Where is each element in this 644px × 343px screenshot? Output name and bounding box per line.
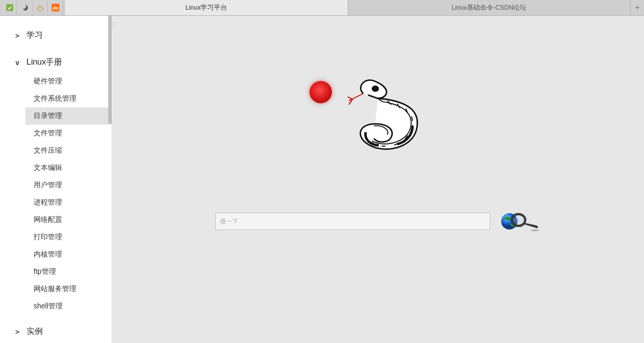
nav-label-study: 学习	[26, 30, 43, 41]
nav-section-linux-manual[interactable]: v Linux手册	[15, 52, 111, 73]
nav-item-kernel[interactable]: 内核管理	[30, 246, 111, 263]
favicon-3[interactable]	[33, 0, 48, 15]
favicon-row: do	[0, 0, 65, 15]
nav-item-network[interactable]: 网络配置	[30, 211, 111, 228]
nav-subitems-linux: 硬件管理 文件系统管理 目录管理 文件管理 文件压缩 文本编辑 用户管理 进程管…	[15, 73, 111, 315]
tab-active-label: Linux学习平台	[185, 4, 227, 12]
svg-point-5	[375, 88, 377, 89]
svg-text:do: do	[52, 6, 58, 11]
nav-item-website[interactable]: 网站服务管理	[30, 280, 111, 298]
nav-item-hardware[interactable]: 硬件管理	[30, 73, 111, 90]
main-panel: :	[111, 16, 644, 343]
tab-inactive[interactable]: Linux基础命令-CSDN论坛	[348, 0, 631, 15]
nav-section-examples[interactable]: > 实例	[15, 321, 111, 342]
nav-label-linux-manual: Linux手册	[26, 57, 62, 68]
nav-section-study[interactable]: > 学习	[15, 25, 111, 46]
red-dot-icon	[310, 81, 332, 103]
tab-active[interactable]: Linux学习平台	[65, 0, 348, 15]
favicon-1[interactable]	[2, 0, 17, 15]
svg-rect-0	[6, 4, 13, 11]
tab-add-button[interactable]: +	[631, 0, 644, 15]
nav-item-process[interactable]: 进程管理	[30, 194, 111, 211]
favicon-4[interactable]: do	[48, 0, 63, 15]
search-row	[215, 209, 540, 234]
chevron-down-icon: v	[15, 59, 26, 67]
search-button[interactable]	[499, 209, 540, 234]
chevron-right-icon: >	[15, 328, 26, 336]
nav-label-examples: 实例	[26, 326, 43, 337]
logo	[301, 72, 454, 174]
nav-item-compress[interactable]: 文件压缩	[30, 142, 111, 159]
tab-inactive-label: Linux基础命令-CSDN论坛	[452, 4, 526, 12]
snake-icon	[329, 72, 446, 168]
nav-item-directory[interactable]: 目录管理	[25, 107, 111, 125]
nav-item-user[interactable]: 用户管理	[30, 177, 111, 194]
search-globe-icon	[499, 210, 540, 233]
tab-bar: do Linux学习平台 Linux基础命令-CSDN论坛 +	[0, 0, 644, 16]
chevron-right-icon: >	[15, 32, 26, 40]
search-input[interactable]	[215, 213, 490, 230]
nav-item-filesystem[interactable]: 文件系统管理	[30, 90, 111, 107]
content: > 学习 v Linux手册 硬件管理 文件系统管理 目录管理 文件管理 文件压…	[0, 16, 644, 343]
favicon-2[interactable]	[17, 0, 33, 15]
svg-point-8	[514, 216, 524, 224]
nav-item-ftp[interactable]: ftp管理	[30, 263, 111, 280]
nav-item-print[interactable]: 打印管理	[30, 228, 111, 246]
nav-item-textedit[interactable]: 文本编辑	[30, 159, 111, 177]
sidebar: > 学习 v Linux手册 硬件管理 文件系统管理 目录管理 文件管理 文件压…	[0, 16, 111, 343]
nav-item-shell[interactable]: shell管理	[30, 298, 111, 315]
nav-item-file[interactable]: 文件管理	[30, 125, 111, 142]
drag-handle[interactable]: :	[113, 20, 115, 27]
svg-point-9	[530, 230, 539, 232]
